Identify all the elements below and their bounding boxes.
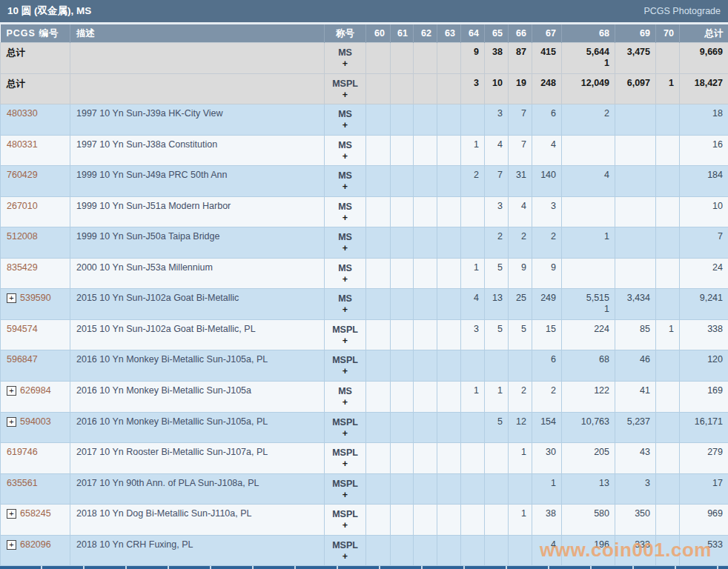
plus-grade-link[interactable]: + (325, 182, 365, 193)
plus-grade-link[interactable]: + (325, 213, 365, 224)
pcgs-number-link[interactable]: 594574 (7, 324, 38, 334)
pcgs-number-link[interactable]: 480330 (7, 108, 38, 119)
grade-cell: 13 (562, 473, 615, 505)
grade-cell (437, 505, 461, 536)
grade-cell: 4 (485, 135, 509, 166)
pcgs-number-cell: 总计 (1, 43, 70, 74)
col-header-grade-62: 62 (414, 24, 437, 43)
pcgs-number-link[interactable]: 512008 (7, 231, 38, 242)
plus-grade-link[interactable]: + (325, 243, 365, 254)
grade-cell (656, 350, 680, 382)
plus-grade-link[interactable]: + (325, 90, 365, 101)
plus-grade-link[interactable]: + (325, 490, 365, 501)
plus-grade-link[interactable]: + (325, 397, 365, 408)
grade-cell (485, 473, 509, 505)
table-header-row: PCGS 编号 描述 称号 60 61 62 63 64 65 66 67 68… (1, 24, 728, 43)
plus-grade-link[interactable]: + (325, 428, 365, 439)
total-cell: 16 (680, 135, 728, 166)
total-cell: 18 (680, 104, 728, 136)
grade-cell: 2 (532, 227, 562, 259)
grade-cell: 3,434 (615, 289, 656, 320)
pcgs-number-link[interactable]: 682096 (20, 539, 51, 550)
expand-icon[interactable] (7, 417, 16, 427)
col-header-grade-69: 69 (615, 24, 656, 43)
col-header-grade-61: 61 (391, 24, 414, 43)
grade-cell (366, 258, 391, 289)
plus-grade-link[interactable]: + (325, 274, 365, 285)
plus-grade-link[interactable]: + (325, 336, 365, 347)
grade-cell: 68 (562, 350, 615, 382)
expand-icon[interactable] (7, 386, 16, 396)
population-report-page: 10 圆 (双金属), MS PCGS Photograde PCGS 编号 描… (0, 0, 728, 569)
plus-grade-link[interactable]: + (325, 151, 365, 162)
table-row: 835429 2000 10 Yn Sun-J53a Millennium MS… (1, 258, 728, 289)
plus-grade-link[interactable]: + (325, 59, 365, 70)
grade-cell (461, 350, 485, 382)
grade-cell: 2 (509, 382, 532, 413)
grade-cell: 4 (532, 535, 562, 566)
grade-cell (414, 104, 437, 136)
designation-label: MS (338, 109, 352, 119)
pcgs-number-cell: 512008 (1, 227, 70, 259)
pcgs-number-link[interactable]: 539590 (20, 293, 51, 303)
pcgs-number-link[interactable]: 626984 (20, 385, 51, 396)
pcgs-number-link[interactable]: 658245 (20, 508, 51, 519)
grade-cell (437, 258, 461, 289)
pcgs-photograde-link[interactable]: PCGS Photograde (643, 6, 721, 16)
designation-label: MS (338, 47, 352, 58)
grade-cell (615, 227, 656, 259)
plus-grade-link[interactable]: + (325, 551, 365, 562)
table-row: 658245 2018 10 Yn Dog Bi-Metallic Sun-J1… (1, 505, 728, 536)
pcgs-number-link[interactable]: 594003 (20, 416, 51, 427)
grade-cell: 5 (509, 319, 532, 350)
pcgs-number-link[interactable]: 480331 (7, 139, 38, 150)
col-header-grade-64: 64 (461, 24, 485, 43)
designation-cell: MSPL + (325, 73, 366, 104)
grade-cell (414, 196, 437, 227)
plus-grade-link[interactable]: + (325, 366, 365, 377)
table-row: 596847 2016 10 Yn Monkey Bi-Metallic Sun… (1, 350, 728, 382)
pcgs-number-link[interactable]: 835429 (7, 262, 38, 273)
plus-grade-link[interactable]: + (325, 459, 365, 470)
plus-grade-link[interactable]: + (325, 120, 365, 131)
grade-cell (437, 196, 461, 227)
grade-cell (656, 289, 680, 320)
pcgs-number-link[interactable]: 267010 (7, 201, 38, 211)
coin-description: 2017 10 Yn Rooster Bi-Metallic Sun-J107a… (70, 443, 325, 474)
grade-cell: 10 (485, 73, 509, 104)
coin-description: 2000 10 Yn Sun-J53a Millennium (70, 258, 325, 289)
grade-cell (437, 104, 461, 136)
grade-cell: 1 (461, 258, 485, 289)
grade-cell (366, 319, 391, 350)
grade-cell: 15 (532, 319, 562, 350)
plus-grade-link[interactable]: + (325, 520, 365, 531)
plus-grade-link[interactable]: + (325, 305, 365, 316)
pcgs-number-cell: 760429 (1, 166, 70, 197)
grade-cell: 580 (562, 505, 615, 536)
grade-cell: 9 (509, 258, 532, 289)
total-cell: 338 (680, 319, 728, 350)
grade-cell: 333 (615, 535, 656, 566)
pcgs-number-link[interactable]: 760429 (7, 170, 38, 180)
coin-description: 2016 10 Yn Monkey Bi-Metallic Sun-J105a,… (70, 350, 325, 382)
expand-icon[interactable] (7, 293, 16, 303)
pcgs-number-link[interactable]: 619746 (7, 447, 38, 457)
grade-cell (437, 535, 461, 566)
expand-icon[interactable] (7, 540, 16, 550)
grade-cell: 12,049 (562, 73, 615, 104)
grade-cell: 1 (485, 382, 509, 413)
grade-cell: 1 (509, 505, 532, 536)
grade-cell (391, 258, 414, 289)
pcgs-number-link[interactable]: 635561 (7, 478, 38, 488)
table-row: 512008 1999 10 Yn Sun-J50a Taipa Bridge … (1, 227, 728, 259)
pcgs-number-cell: 总计 (1, 73, 70, 104)
total-row-label: 总计 (7, 47, 25, 58)
grade-cell: 6 (532, 104, 562, 136)
pcgs-number-link[interactable]: 596847 (7, 354, 38, 365)
grade-cell (509, 473, 532, 505)
expand-icon[interactable] (7, 509, 16, 519)
pcgs-number-cell: 480330 (1, 104, 70, 136)
grade-cell (414, 166, 437, 197)
grade-cell (656, 535, 680, 566)
grade-cell (485, 505, 509, 536)
